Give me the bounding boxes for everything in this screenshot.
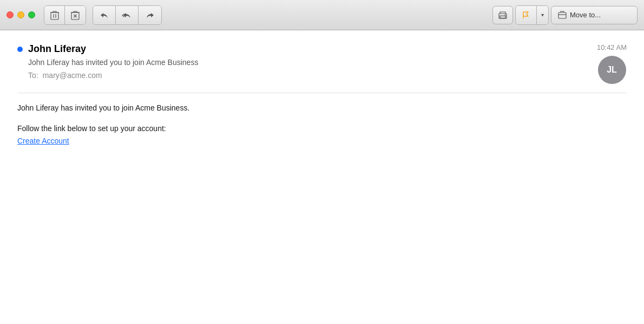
email-body-line2: Follow the link below to set up your acc… [17, 122, 627, 147]
email-header-left: John Liferay John Liferay has invited yo… [17, 43, 597, 80]
create-account-link[interactable]: Create Account [17, 137, 69, 145]
traffic-lights [6, 11, 35, 18]
minimize-button[interactable] [17, 11, 24, 18]
avatar: JL [598, 56, 626, 84]
toolbar: ▾ Move to... [0, 0, 644, 30]
flag-chevron-button[interactable]: ▾ [536, 6, 548, 24]
toolbar-right-section: ▾ Move to... [492, 5, 638, 25]
delete-button[interactable] [44, 6, 65, 24]
email-body: John Liferay has invited you to join Acm… [17, 102, 627, 147]
delete-button-group [44, 5, 86, 25]
email-timestamp: 10:42 AM [597, 43, 627, 51]
move-to-button[interactable]: Move to... [551, 6, 638, 24]
email-divider [17, 93, 627, 93]
maximize-button[interactable] [28, 11, 35, 18]
svg-rect-9 [500, 16, 505, 18]
move-to-label: Move to... [570, 11, 601, 19]
email-header-right: 10:42 AM JL [597, 43, 627, 84]
sender-row: John Liferay [17, 43, 597, 55]
email-body-line1: John Liferay has invited you to join Acm… [17, 102, 627, 114]
close-button[interactable] [6, 11, 14, 18]
move-to-icon [558, 11, 567, 20]
forward-icon [145, 11, 155, 20]
to-label: To: [28, 71, 38, 80]
svg-point-11 [505, 14, 506, 15]
reply-all-button[interactable] [116, 6, 139, 24]
svg-rect-0 [51, 12, 58, 20]
print-button[interactable] [492, 6, 513, 24]
email-preview: John Liferay has invited you to join Acm… [28, 58, 597, 67]
to-address: mary@acme.com [43, 71, 102, 80]
reply-icon [100, 11, 109, 20]
flag-button-group: ▾ [515, 5, 549, 25]
flag-icon [522, 11, 530, 20]
email-body-line2-text: Follow the link below to set up your acc… [17, 124, 166, 133]
email-to-row: To: mary@acme.com [28, 71, 597, 80]
print-icon [498, 11, 508, 20]
trash-x-icon [71, 10, 80, 20]
forward-button[interactable] [139, 6, 161, 24]
reply-button[interactable] [93, 6, 116, 24]
svg-rect-12 [558, 12, 566, 18]
sender-name: John Liferay [28, 43, 86, 55]
trash-icon [50, 10, 59, 20]
nav-button-group [93, 5, 162, 25]
flag-button[interactable] [516, 6, 536, 24]
email-container: John Liferay John Liferay has invited yo… [0, 30, 644, 324]
delete-junk-button[interactable] [65, 6, 86, 24]
email-header: John Liferay John Liferay has invited yo… [17, 43, 627, 84]
chevron-down-icon: ▾ [541, 12, 544, 18]
unread-indicator [17, 47, 23, 52]
reply-all-icon [122, 11, 133, 20]
